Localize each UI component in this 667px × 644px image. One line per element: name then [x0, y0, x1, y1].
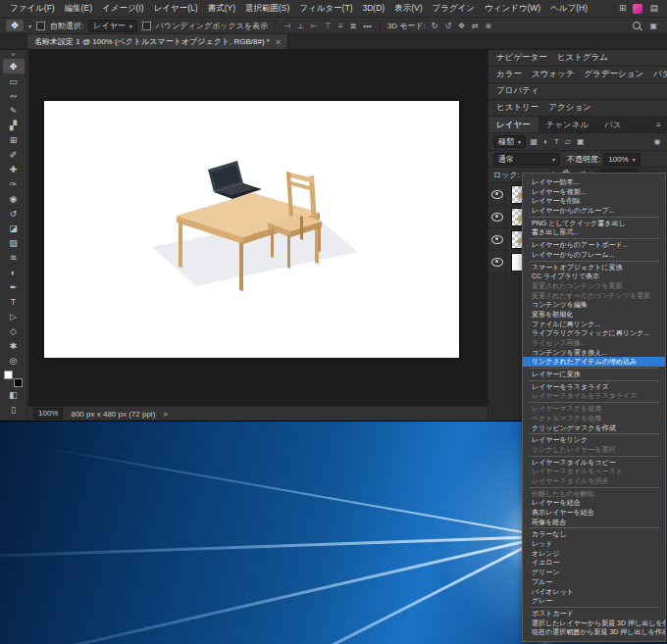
tab-color[interactable]: カラー — [496, 69, 522, 80]
context-menu-item[interactable]: ポストカード — [523, 609, 665, 619]
context-menu-item[interactable]: 書き出し形式... — [523, 227, 665, 237]
quick-mask-button[interactable]: ◧ — [3, 387, 25, 402]
context-menu-item[interactable]: レイヤー効果... — [523, 177, 665, 187]
context-menu-item[interactable]: ブルー — [523, 577, 665, 587]
context-menu-item[interactable]: レイヤーを結合 — [523, 498, 665, 508]
healing-tool[interactable]: ✚ — [3, 162, 25, 176]
clone-stamp-tool[interactable]: ◉ — [3, 191, 25, 206]
foreground-color-swatch[interactable] — [4, 371, 13, 379]
align-center-icon[interactable]: ⊥ — [296, 22, 305, 30]
tab-swatches[interactable]: スウォッチ — [532, 69, 575, 80]
context-menu-item[interactable]: レイヤーをラスタライズ — [523, 382, 665, 392]
menu-item-type[interactable]: 書式(Y) — [203, 0, 240, 17]
filter-smart-object-icon[interactable]: ▣ — [575, 137, 586, 146]
context-menu-item[interactable]: CC ライブラリで表示 — [523, 272, 665, 281]
context-menu-item[interactable]: 変形を初期化 — [523, 310, 665, 320]
panel-menu-icon[interactable]: ≡ — [650, 117, 667, 132]
context-menu-item[interactable]: スマートオブジェクトに変換 — [523, 263, 665, 272]
toolbar-collapse-icon[interactable]: » — [12, 51, 16, 59]
type-tool[interactable]: T — [3, 294, 25, 309]
frame-tool[interactable]: ⊞ — [3, 132, 25, 147]
context-menu-item[interactable]: コンテンツを編集 — [523, 300, 665, 310]
context-menu-item[interactable]: ファイルに再リンク... — [523, 320, 665, 329]
tab-paths[interactable]: パス — [596, 117, 629, 132]
menu-item-filter[interactable]: フィルター(T) — [294, 0, 357, 17]
document-tab[interactable]: 名称未設定 1 @ 100% (ベクトルスマートオブジェクト, RGB/8#) … — [27, 34, 288, 49]
context-menu-item[interactable]: レッド — [523, 539, 665, 549]
align-top-icon[interactable]: ⊤ — [324, 22, 333, 30]
align-bottom-icon[interactable]: ≣ — [349, 22, 358, 30]
menu-item-window[interactable]: ウィンドウ(W) — [480, 0, 545, 17]
brush-tool[interactable]: ✑ — [3, 176, 25, 191]
3d-pan-icon[interactable]: ✥ — [457, 22, 466, 30]
visibility-toggle[interactable] — [488, 183, 506, 205]
tab-patterns[interactable]: パターン — [653, 69, 667, 80]
filter-shape-layers-icon[interactable]: ▱ — [563, 137, 572, 146]
context-menu-item[interactable]: レイヤーからのグループ... — [523, 206, 665, 216]
visibility-toggle[interactable] — [488, 206, 506, 227]
context-menu-item[interactable]: レイヤーに変換 — [523, 370, 665, 379]
auto-select-checkbox[interactable] — [36, 22, 45, 30]
more-options-icon[interactable]: ••• — [362, 22, 372, 30]
context-menu-item[interactable]: 画像を統合 — [523, 518, 665, 527]
visibility-toggle[interactable] — [488, 228, 506, 250]
context-menu-item[interactable]: グリーン — [523, 568, 665, 577]
eraser-tool[interactable]: ◪ — [3, 221, 25, 235]
context-menu-item[interactable]: イエロー — [523, 558, 665, 568]
context-menu-item[interactable]: レイヤーを削除 — [523, 196, 665, 206]
tab-histogram[interactable]: ヒストグラム — [557, 52, 608, 64]
hand-tool[interactable]: ✱ — [3, 338, 25, 353]
current-tool-icon[interactable]: ✥ — [6, 20, 24, 31]
tab-history[interactable]: ヒストリー — [496, 102, 539, 114]
tool-preset-chevron-icon[interactable]: ▾ — [28, 23, 31, 29]
menu-item-3d[interactable]: 3D(D) — [357, 0, 389, 17]
status-chevron-icon[interactable]: > — [163, 410, 168, 419]
quick-selection-tool[interactable]: ✎ — [3, 103, 25, 118]
context-menu-item[interactable]: レイヤーをリンク — [523, 435, 665, 445]
3d-orbit-icon[interactable]: ↻ — [431, 22, 439, 30]
menu-item-edit[interactable]: 編集(E) — [60, 0, 97, 17]
artboard[interactable] — [44, 101, 459, 358]
blend-mode-dropdown[interactable]: 通常 ▾ — [493, 153, 560, 166]
blur-tool[interactable]: ≋ — [3, 250, 25, 265]
menu-item-view[interactable]: 表示(V) — [389, 0, 427, 17]
zoom-tool[interactable]: ◎ — [3, 353, 25, 368]
filter-pixel-layers-icon[interactable]: ▦ — [529, 137, 539, 146]
context-menu-item[interactable]: コンテンツを置き換え... — [523, 348, 665, 358]
menu-item-help[interactable]: ヘルプ(H) — [545, 0, 592, 17]
menu-item-layer[interactable]: レイヤー(L) — [149, 0, 203, 17]
grid-icon[interactable]: ⊞ — [619, 4, 627, 13]
pen-tool[interactable]: ✒ — [3, 279, 25, 294]
menu-item-select[interactable]: 選択範囲(S) — [240, 0, 294, 17]
shape-tool[interactable]: ◇ — [3, 323, 25, 338]
3d-roll-icon[interactable]: ↺ — [443, 22, 452, 30]
context-menu-item[interactable]: グレー — [523, 596, 665, 606]
3d-slide-icon[interactable]: ⇄ — [471, 22, 480, 30]
dodge-tool[interactable]: ◐ — [3, 265, 25, 279]
context-menu-item[interactable]: 選択したレイヤーから新規 3D 押し出しを作成 — [523, 619, 665, 628]
menu-item-image[interactable]: イメージ(I) — [97, 0, 149, 17]
menu-item-file[interactable]: ファイル(F) — [5, 0, 60, 17]
3d-scale-icon[interactable]: ⊕ — [485, 22, 493, 30]
canvas-pasteboard[interactable]: 100% 800 px x 480 px (72 ppi) > — [28, 50, 487, 421]
layer-filter-kind-dropdown[interactable]: 種類 ▾ — [493, 135, 526, 148]
context-menu-item[interactable]: オレンジ — [523, 549, 665, 559]
visibility-toggle[interactable] — [488, 251, 506, 272]
context-menu-item[interactable]: レイヤースタイルをコピー — [523, 458, 665, 468]
filter-toggle-icon[interactable]: ◉ — [652, 137, 662, 146]
filter-type-layers-icon[interactable]: T — [552, 137, 560, 146]
lasso-tool[interactable]: ∾ — [3, 88, 25, 103]
align-left-icon[interactable]: ⊣ — [282, 22, 291, 30]
align-middle-icon[interactable]: ≡ — [337, 22, 344, 30]
align-right-icon[interactable]: ⊢ — [310, 22, 319, 30]
tab-gradients[interactable]: グラデーション — [584, 69, 643, 80]
list-icon[interactable]: ▤ — [649, 4, 658, 13]
context-menu-item[interactable]: レイヤーからのアートボード... — [523, 240, 665, 250]
context-menu-item[interactable]: カラーなし — [523, 529, 665, 539]
tab-actions[interactable]: アクション — [548, 102, 591, 114]
bounding-box-checkbox[interactable] — [142, 22, 151, 30]
context-menu-item[interactable]: 表示レイヤーを結合 — [523, 508, 665, 518]
context-menu-item[interactable]: ライブラリグラフィックに再リンク... — [523, 328, 665, 338]
path-selection-tool[interactable]: ▷ — [3, 309, 25, 323]
context-menu-item[interactable]: レイヤーを複製... — [523, 187, 665, 197]
